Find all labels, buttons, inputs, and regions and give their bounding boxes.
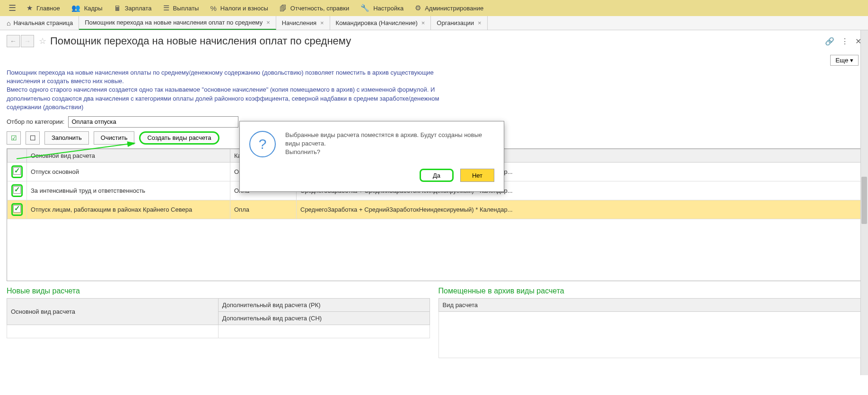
checkbox-icon[interactable]: [13, 205, 21, 213]
percent-icon: %: [210, 4, 216, 12]
panel-new-body2: [218, 325, 430, 338]
menu-reports[interactable]: 🗐Отчетность, справки: [274, 0, 355, 16]
filter-input[interactable]: [68, 116, 238, 128]
menu-settings-label: Настройка: [373, 5, 403, 12]
panel-new-body: [7, 325, 219, 338]
panel-archived-types: Помещенные в архив виды расчета Вид расч…: [438, 287, 862, 358]
tab-wizard[interactable]: Помощник перехода на новые начисления оп…: [79, 16, 276, 30]
dialog-line2: Выполнить?: [285, 148, 494, 156]
row-check-cell[interactable]: [8, 181, 27, 200]
fill-button[interactable]: Заполнить: [44, 131, 89, 145]
menu-salary-label: Зарплата: [125, 5, 152, 12]
col-new-sn[interactable]: Дополнительный вид расчета (СН): [218, 311, 430, 325]
nav-back-button[interactable]: ←: [7, 35, 20, 47]
tab-accruals[interactable]: Начисления×: [276, 16, 330, 30]
tab-bar: ⌂Начальная страница Помощник перехода на…: [0, 16, 868, 30]
more-button[interactable]: Еще ▾: [830, 55, 859, 66]
tab-trip[interactable]: Командировка (Начисление)×: [330, 16, 431, 30]
kebab-icon[interactable]: ⋮: [841, 37, 849, 46]
tab-trip-label: Командировка (Начисление): [336, 19, 418, 26]
home-icon: ⌂: [7, 19, 10, 27]
info-text: Помощник перехода на новые начисления оп…: [0, 69, 464, 112]
filter-label: Отбор по категории:: [7, 118, 64, 125]
row-check-cell[interactable]: [8, 162, 27, 181]
tab-accruals-label: Начисления: [282, 19, 316, 26]
close-icon[interactable]: ×: [421, 19, 425, 26]
tab-home-label: Начальная страница: [13, 19, 73, 26]
table-row[interactable]: Отпуск лицам, работающим в районах Крайн…: [8, 200, 861, 219]
col-new-main[interactable]: Основной вид расчета: [7, 298, 219, 325]
check-all-button[interactable]: ☑: [7, 131, 21, 145]
question-icon: ?: [249, 131, 276, 157]
dialog-line1: Выбранные виды расчета поместятся в архи…: [285, 131, 494, 148]
menu-payments[interactable]: ☰Выплаты: [158, 0, 205, 16]
dialog-no-button[interactable]: Нет: [460, 169, 494, 182]
col-check: [8, 149, 27, 162]
row-category: Опла: [230, 200, 297, 219]
table-empty-space: [7, 219, 861, 281]
menu-main[interactable]: ★Главное: [21, 0, 66, 16]
close-icon[interactable]: ×: [478, 19, 482, 26]
checkbox-icon[interactable]: [13, 167, 21, 175]
col-archived[interactable]: Вид расчета: [438, 298, 861, 311]
more-label: Еще: [835, 57, 848, 64]
row-main: За интенсивный труд и ответственность: [27, 181, 230, 200]
menu-reports-label: Отчетность, справки: [290, 5, 349, 12]
checkbox-icon[interactable]: [13, 186, 21, 194]
create-types-button[interactable]: Создать виды расчета: [139, 131, 219, 145]
calculator-icon: 🖩: [114, 4, 121, 12]
panel-archived-body: [438, 311, 861, 358]
clear-button[interactable]: Очистить: [94, 131, 135, 145]
nav-forward-button[interactable]: →: [21, 35, 34, 47]
scrollbar[interactable]: [860, 30, 868, 375]
menu-salary[interactable]: 🖩Зарплата: [108, 0, 158, 16]
col-new-rk[interactable]: Дополнительный вид расчета (РК): [218, 298, 430, 311]
page-title: Помощник перехода на новые начисления оп…: [50, 35, 351, 47]
tab-home[interactable]: ⌂Начальная страница: [4, 16, 79, 30]
page-header: ← → ☆ Помощник перехода на новые начисле…: [0, 30, 868, 52]
menu-taxes-label: Налоги и взносы: [220, 5, 268, 12]
row-check-cell[interactable]: [8, 200, 27, 219]
row-main: Отпуск основной: [27, 162, 230, 181]
col-main[interactable]: Основной вид расчета: [27, 149, 230, 162]
more-row: Еще ▾: [0, 52, 868, 69]
panel-archived-title: Помещенные в архив виды расчета: [438, 287, 862, 295]
scroll-thumb[interactable]: [861, 177, 867, 224]
row-main: Отпуск лицам, работающим в районах Крайн…: [27, 200, 230, 219]
gear-icon: ⚙: [415, 4, 421, 12]
uncheck-all-button[interactable]: ☐: [26, 131, 40, 145]
tab-wizard-label: Помощник перехода на новые начисления оп…: [85, 19, 263, 26]
tab-orgs-label: Организации: [437, 19, 474, 26]
menu-settings[interactable]: 🔧Настройка: [355, 0, 409, 16]
panel-new-types: Новые виды расчета Основной вид расчета …: [7, 287, 430, 358]
list-icon: ☰: [163, 4, 169, 12]
menu-taxes[interactable]: %Налоги и взносы: [204, 0, 273, 16]
dialog-text: Выбранные виды расчета поместятся в архи…: [285, 131, 494, 157]
row-formula: СреднегоЗаработка + СреднийЗаработокНеин…: [297, 200, 861, 219]
close-icon[interactable]: ×: [266, 19, 270, 26]
close-icon[interactable]: ×: [320, 19, 324, 26]
star-icon: ★: [26, 4, 33, 12]
wrench-icon: 🔧: [360, 4, 369, 12]
favorite-icon[interactable]: ☆: [39, 36, 46, 46]
menu-main-label: Главное: [36, 5, 60, 12]
confirm-dialog: ? Выбранные виды расчета поместятся в ар…: [239, 121, 504, 192]
top-menu: ☰ ★Главное 👥Кадры 🖩Зарплата ☰Выплаты %На…: [0, 0, 868, 16]
bottom-section: Новые виды расчета Основной вид расчета …: [0, 281, 868, 358]
menu-admin-label: Администрирование: [425, 5, 483, 12]
menu-admin[interactable]: ⚙Администрирование: [409, 0, 489, 16]
menu-payments-label: Выплаты: [173, 5, 199, 12]
tab-orgs[interactable]: Организации×: [431, 16, 487, 30]
hamburger-icon[interactable]: ☰: [4, 3, 21, 13]
people-icon: 👥: [71, 4, 80, 12]
panel-new-title: Новые виды расчета: [7, 287, 430, 295]
menu-staff-label: Кадры: [84, 5, 103, 12]
menu-staff[interactable]: 👥Кадры: [66, 0, 108, 16]
document-icon: 🗐: [280, 4, 287, 12]
dialog-yes-button[interactable]: Да: [420, 169, 454, 182]
link-icon[interactable]: 🔗: [825, 37, 834, 46]
